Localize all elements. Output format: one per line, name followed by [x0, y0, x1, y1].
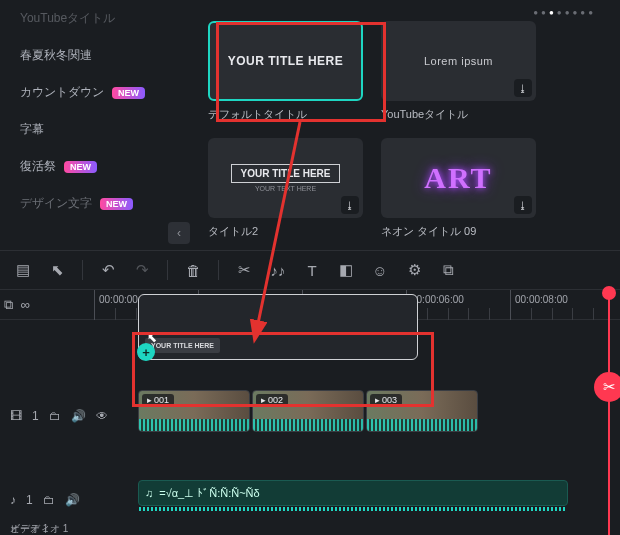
ruler-minor-tick — [489, 308, 490, 320]
title-card-youtube[interactable]: Lorem ipsum ⭳ YouTubeタイトル — [381, 21, 536, 122]
folder-icon[interactable]: 🗀 — [43, 493, 55, 507]
sidebar-item-label: 字幕 — [20, 121, 44, 138]
text-icon[interactable]: T — [299, 257, 325, 283]
sidebar-item-youtube-title[interactable]: YouTubeタイトル — [0, 0, 196, 37]
video-track[interactable]: ▸ 001▸ 002▸ 003 — [138, 390, 620, 442]
ruler-minor-tick — [468, 308, 469, 320]
sidebar-item-easter[interactable]: 復活祭 NEW — [0, 148, 196, 185]
delete-icon[interactable]: 🗑 — [180, 257, 206, 283]
card-caption: タイトル2 — [208, 224, 363, 239]
page-dots[interactable]: ●●●●●●●● — [208, 8, 608, 21]
speaker-icon[interactable]: 🔊 — [71, 409, 86, 423]
title-thumb[interactable]: YOUR TITLE HERE YOUR TEXT HERE ⭳ — [208, 138, 363, 218]
audio-clip-label: =√α_⊥ ﾄﾞÑ:Ñ:Ñ~Ñδ — [159, 487, 259, 500]
ruler-minor-tick — [448, 308, 449, 320]
title-gallery: ●●●●●●●● YOUR TITLE HERE デフォルトタイトル Lorem… — [196, 0, 620, 250]
grid-icon[interactable]: ▤ — [10, 257, 36, 283]
ruler-major-tick: 00:00:08:00 — [510, 290, 568, 320]
play-icon: ▸ — [375, 395, 380, 405]
sidebar-item-design-text[interactable]: デザイン文字 NEW — [0, 185, 196, 222]
sidebar-item-subtitle[interactable]: 字幕 — [0, 111, 196, 148]
copy-icon[interactable]: ⧉ — [4, 297, 13, 313]
title-thumb[interactable]: ART ⭳ — [381, 138, 536, 218]
playhead[interactable] — [608, 290, 610, 535]
title-card-neon09[interactable]: ART ⭳ ネオン タイトル 09 — [381, 138, 536, 239]
play-icon: ▸ — [147, 395, 152, 405]
thumb-text: YOUR TITLE HERE — [231, 164, 339, 183]
redo-icon[interactable]: ↷ — [129, 257, 155, 283]
video-clip[interactable]: ▸ 001 — [138, 390, 250, 432]
title-browser: YouTubeタイトル 春夏秋冬関連 カウントダウン NEW 字幕 復活祭 NE… — [0, 0, 620, 250]
audio-track-head[interactable]: ♪ 1 🗀 🔊 オーディオ 1 — [0, 489, 138, 511]
ruler-minor-tick — [593, 308, 594, 320]
ruler-minor-tick — [427, 308, 428, 320]
video-track-head[interactable]: 🎞 1 🗀 🔊 👁 ビデオ 1 — [0, 405, 138, 427]
video-clip[interactable]: ▸ 002 — [252, 390, 364, 432]
card-caption: ネオン タイトル 09 — [381, 224, 536, 239]
music-icon: ♪ — [10, 493, 16, 507]
ruler-minor-tick — [572, 308, 573, 320]
sidebar-collapse-button[interactable]: ‹ — [168, 222, 190, 244]
sidebar-item-seasons[interactable]: 春夏秋冬関連 — [0, 37, 196, 74]
link-icon[interactable]: ∞ — [21, 297, 30, 312]
download-icon[interactable]: ⭳ — [514, 196, 532, 214]
track-name: オーディオ 1 — [10, 522, 68, 535]
sidebar-item-label: デザイン文字 — [20, 195, 92, 212]
marker-icon[interactable]: ◧ — [333, 257, 359, 283]
thumb-text: YOUR TITLE HERE — [228, 54, 344, 68]
title-thumb[interactable]: YOUR TITLE HERE — [208, 21, 363, 101]
track-index: 1 — [26, 493, 33, 507]
new-badge: NEW — [64, 161, 97, 173]
title-drop-slot[interactable]: YOUR TITLE HERE + ⬉ — [138, 294, 418, 360]
ruler-controls: ⧉ ∞ — [0, 290, 34, 319]
title-track[interactable]: YOUR TITLE HERE + ⬉ — [138, 320, 620, 390]
clip-tag: ▸ 001 — [142, 394, 174, 406]
new-badge: NEW — [100, 198, 133, 210]
timeline: ⧉ ∞ 00:00:00:0000:00:02:0000:00:04:0000:… — [0, 290, 620, 535]
color-icon[interactable]: ☺ — [367, 257, 393, 283]
music-icon: ♫ — [145, 487, 153, 499]
separator — [218, 260, 219, 280]
download-icon[interactable]: ⭳ — [514, 79, 532, 97]
adjust-icon[interactable]: ⚙ — [401, 257, 427, 283]
video-clip[interactable]: ▸ 003 — [366, 390, 478, 432]
audio-clip[interactable]: ♫ =√α_⊥ ﾄﾞÑ:Ñ:Ñ~Ñδ — [138, 480, 568, 506]
cut-bubble-button[interactable]: ✂ — [594, 372, 620, 402]
sidebar-item-label: 復活祭 — [20, 158, 56, 175]
download-icon[interactable]: ⭳ — [341, 196, 359, 214]
sidebar-item-label: カウントダウン — [20, 84, 104, 101]
speaker-icon[interactable]: 🔊 — [65, 493, 80, 507]
ruler-minor-tick — [115, 308, 116, 320]
audio-icon[interactable]: ♪♪ — [265, 257, 291, 283]
thumb-text: Lorem ipsum — [424, 55, 493, 67]
sidebar-item-label: YouTubeタイトル — [20, 10, 115, 27]
sidebar-item-label: 春夏秋冬関連 — [20, 47, 92, 64]
timeline-toolbar: ▤ ⬉ ↶ ↷ 🗑 ✂ ♪♪ T ◧ ☺ ⚙ ⧉ — [0, 250, 620, 290]
clip-tag: ▸ 003 — [370, 394, 402, 406]
folder-icon[interactable]: 🗀 — [49, 409, 61, 423]
eye-icon[interactable]: 👁 — [96, 409, 108, 423]
thumb-text: ART — [424, 161, 492, 195]
pip-icon[interactable]: ⧉ — [435, 257, 461, 283]
new-badge: NEW — [112, 87, 145, 99]
audio-track[interactable]: ♫ =√α_⊥ ﾄﾞÑ:Ñ:Ñ~Ñδ — [138, 480, 620, 520]
separator — [82, 260, 83, 280]
video-icon: 🎞 — [10, 409, 22, 423]
title-card-default[interactable]: YOUR TITLE HERE デフォルトタイトル — [208, 21, 363, 122]
card-caption: YouTubeタイトル — [381, 107, 536, 122]
select-icon[interactable]: ⬉ — [44, 257, 70, 283]
track-index: 1 — [32, 409, 39, 423]
title-card-title2[interactable]: YOUR TITLE HERE YOUR TEXT HERE ⭳ タイトル2 — [208, 138, 363, 239]
chevron-left-icon: ‹ — [177, 226, 181, 240]
cut-icon[interactable]: ✂ — [231, 257, 257, 283]
undo-icon[interactable]: ↶ — [95, 257, 121, 283]
title-thumb[interactable]: Lorem ipsum ⭳ — [381, 21, 536, 101]
thumb-subtext: YOUR TEXT HERE — [255, 185, 316, 192]
sidebar-item-countdown[interactable]: カウントダウン NEW — [0, 74, 196, 111]
title-track-head — [0, 351, 138, 359]
category-sidebar: YouTubeタイトル 春夏秋冬関連 カウントダウン NEW 字幕 復活祭 NE… — [0, 0, 196, 250]
clip-tag: ▸ 002 — [256, 394, 288, 406]
ruler-minor-tick — [531, 308, 532, 320]
play-icon: ▸ — [261, 395, 266, 405]
add-icon[interactable]: + — [137, 343, 155, 361]
